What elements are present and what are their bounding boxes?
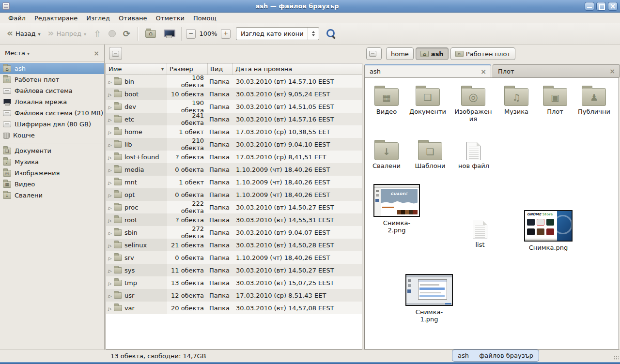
menu-item[interactable]: Файл (4, 14, 30, 23)
sidebar-item[interactable]: Музика (0, 156, 104, 167)
column-header-size[interactable]: Размер (167, 63, 208, 75)
sidebar-item[interactable]: Документи (0, 145, 104, 156)
menu-item[interactable]: Изглед (82, 14, 114, 23)
column-header-date[interactable]: Дата на промяна (233, 63, 362, 75)
search-icon[interactable] (326, 28, 336, 40)
image-file-item[interactable]: Снимка-1.png (405, 274, 453, 323)
expander-icon[interactable] (108, 166, 111, 173)
home-button[interactable] (142, 29, 159, 39)
zoom-out-button[interactable] (186, 29, 196, 39)
menu-item[interactable]: Редактиране (30, 14, 82, 23)
menu-item[interactable]: Отиване (114, 14, 151, 23)
close-icon[interactable] (93, 49, 99, 57)
table-row[interactable]: selinux 21 обекта Папка 30.03.2010 (вт) … (106, 239, 362, 251)
view-mode-select[interactable]: Изглед като икони (236, 27, 319, 40)
tab-close-icon[interactable] (609, 67, 620, 75)
sidebar-item[interactable]: Видео (0, 179, 104, 190)
sidebar-item[interactable]: Файлова система (0, 85, 104, 96)
tab[interactable]: Плот (493, 64, 620, 77)
text-file-item[interactable]: list (465, 216, 495, 248)
sidebar-item[interactable]: Локална мрежа (0, 96, 104, 107)
titlebar[interactable]: ash — файлов браузър (0, 0, 620, 13)
image-file-item[interactable]: GUADEC Снимка-2.png (373, 184, 420, 234)
table-row[interactable]: boot 10 обекта Папка 30.03.2010 (вт) 9,0… (106, 88, 362, 100)
column-header-name[interactable]: Име (106, 63, 167, 75)
zoom-in-button[interactable] (221, 29, 231, 39)
back-button[interactable]: Назад (4, 28, 44, 39)
up-button[interactable] (91, 27, 104, 41)
reload-button[interactable] (120, 27, 133, 40)
menu-item[interactable]: Отметки (151, 14, 188, 23)
folder-item[interactable]: нов файл (458, 137, 490, 169)
table-row[interactable]: sys 11 обекта Папка 30.03.2010 (вт) 14,5… (106, 264, 362, 276)
table-row[interactable]: var 20 обекта Папка 30.03.2010 (вт) 14,5… (106, 302, 362, 314)
sidebar-item[interactable]: ash (0, 63, 104, 74)
table-row[interactable]: lib 210 обекта Папка 30.03.2010 (вт) 9,0… (106, 138, 362, 151)
menu-item[interactable]: Помощ (189, 14, 221, 23)
expander-icon[interactable] (108, 229, 111, 236)
expander-icon[interactable] (108, 179, 111, 186)
table-row[interactable]: root ? обекта Папка 30.03.2010 (вт) 14,5… (106, 213, 362, 226)
sidebar-item[interactable]: Кошче (0, 130, 104, 141)
table-row[interactable]: opt 0 обекта Папка 1.10.2009 (чт) 18,40,… (106, 188, 362, 201)
sidebar-item[interactable]: Шифриран дял (80 GB) (0, 119, 104, 130)
close-icon[interactable] (608, 2, 618, 11)
breadcrumb-button[interactable]: Работен плот (450, 47, 515, 60)
maximize-icon[interactable] (596, 2, 606, 11)
table-row[interactable]: srv 0 обекта Папка 1.10.2009 (чт) 18,40,… (106, 251, 362, 264)
expander-icon[interactable] (108, 128, 111, 136)
table-row[interactable]: home 1 обект Папка 17.03.2010 (ср) 10,38… (106, 125, 362, 138)
expander-icon[interactable] (108, 91, 111, 98)
expander-icon[interactable] (108, 153, 111, 161)
sidebar-item[interactable]: Изображения (0, 167, 104, 179)
table-row[interactable]: media 0 обекта Папка 1.10.2009 (чт) 18,4… (106, 163, 362, 176)
table-row[interactable]: sbin 272 обекта Папка 30.03.2010 (вт) 9,… (106, 226, 362, 239)
folder-item[interactable]: Публични (578, 83, 610, 122)
stop-button[interactable] (106, 29, 119, 39)
table-row[interactable]: bin 108 обекта Папка 30.03.2010 (вт) 14,… (106, 75, 362, 88)
column-header-type[interactable]: Вид (208, 63, 233, 75)
expander-icon[interactable] (108, 103, 111, 110)
table-row[interactable]: lost+found ? обекта Папка 17.03.2010 (ср… (106, 151, 362, 163)
tab[interactable]: ash (364, 64, 491, 77)
chevron-down-icon[interactable] (27, 49, 30, 57)
expander-icon[interactable] (108, 242, 111, 249)
breadcrumb-button[interactable]: home (386, 47, 414, 60)
forward-button[interactable]: Напред (45, 28, 89, 39)
sidebar-item[interactable]: Свалени (0, 190, 104, 201)
table-row[interactable]: etc 241 обекта Папка 30.03.2010 (вт) 14,… (106, 113, 362, 125)
folder-item[interactable]: Плот (539, 83, 571, 122)
folder-item[interactable]: Документи (409, 83, 446, 122)
computer-button[interactable] (160, 28, 177, 40)
expander-icon[interactable] (108, 292, 111, 299)
sidebar-item[interactable]: Файлова система (210 MB) (0, 107, 104, 119)
folder-item[interactable]: Шаблони (414, 137, 446, 169)
sidebar-item[interactable]: Работен плот (0, 74, 104, 85)
tab-close-icon[interactable] (480, 68, 491, 76)
expander-icon[interactable] (108, 204, 111, 211)
breadcrumb-button[interactable] (366, 47, 382, 60)
folder-item[interactable]: Музика (500, 83, 532, 122)
table-row[interactable]: proc 222 обекта Папка 30.03.2010 (вт) 14… (106, 201, 362, 213)
pane-location-button[interactable] (109, 47, 122, 60)
folder-item[interactable]: Изображения (453, 83, 494, 122)
image-file-item[interactable]: GNOME Store Снимка.png (523, 210, 574, 251)
expander-icon[interactable] (108, 279, 111, 287)
expander-icon[interactable] (108, 267, 111, 274)
table-row[interactable]: mnt 1 обект Папка 1.10.2009 (чт) 18,40,2… (106, 176, 362, 188)
folder-item[interactable]: Видео (371, 83, 403, 122)
table-row[interactable]: tmp 13 обекта Папка 30.03.2010 (вт) 15,0… (106, 276, 362, 289)
minimize-icon[interactable] (585, 2, 594, 11)
expander-icon[interactable] (108, 78, 111, 85)
expander-icon[interactable] (108, 116, 111, 123)
expander-icon[interactable] (108, 216, 111, 224)
expander-icon[interactable] (108, 304, 111, 312)
table-row[interactable]: dev 190 обекта Папка 30.03.2010 (вт) 14,… (106, 100, 362, 113)
folder-item[interactable]: Свалени (371, 137, 403, 169)
resize-grip[interactable] (614, 355, 619, 360)
expander-icon[interactable] (108, 191, 111, 198)
chevron-down-icon[interactable] (84, 30, 86, 37)
breadcrumb-button[interactable]: ash (416, 47, 449, 60)
chevron-down-icon[interactable] (38, 30, 41, 37)
expander-icon[interactable] (108, 254, 111, 261)
